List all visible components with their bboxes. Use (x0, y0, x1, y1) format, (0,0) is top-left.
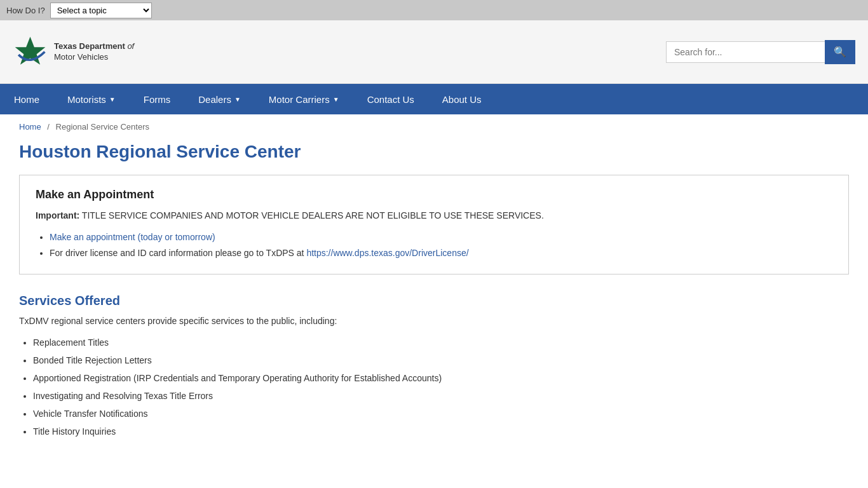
search-button[interactable]: 🔍 (825, 40, 855, 64)
services-description: TxDMV regional service centers provide s… (19, 316, 849, 326)
breadcrumb-separator: / (47, 122, 50, 132)
motor-carriers-caret: ▼ (333, 96, 339, 103)
logo-area: Texas Department of Motor Vehicles (13, 34, 134, 69)
breadcrumb-home-link[interactable]: Home (19, 122, 41, 132)
dps-link[interactable]: https://www.dps.texas.gov/DriverLicense/ (306, 248, 468, 258)
appointment-link-item: Make an appointment (today or tomorrow) (50, 229, 832, 245)
txdmv-logo-icon (13, 34, 48, 69)
header: Texas Department of Motor Vehicles 🔍 (0, 20, 868, 84)
motorists-caret: ▼ (109, 96, 116, 103)
nav-item-home[interactable]: Home (0, 84, 53, 114)
important-body: TITLE SERVICE COMPANIES AND MOTOR VEHICL… (82, 210, 544, 220)
list-item: Vehicle Transfer Notifications (33, 405, 849, 423)
main-content: Houston Regional Service Center Make an … (0, 135, 868, 466)
nav-item-dealers[interactable]: Dealers ▼ (184, 84, 255, 114)
logo-text: Texas Department of Motor Vehicles (54, 41, 134, 63)
nav-item-about-us[interactable]: About Us (428, 84, 496, 114)
search-input[interactable] (666, 41, 825, 63)
important-label: Important: (36, 210, 79, 220)
appointment-link[interactable]: Make an appointment (today or tomorrow) (50, 232, 215, 242)
nav-item-motorists[interactable]: Motorists ▼ (53, 84, 130, 114)
search-area: 🔍 (666, 40, 855, 64)
breadcrumb-current: Regional Service Centers (56, 122, 149, 132)
list-item: Bonded Title Rejection Letters (33, 351, 849, 369)
list-item: Investigating and Resolving Texas Title … (33, 387, 849, 405)
nav-item-contact-us[interactable]: Contact Us (353, 84, 428, 114)
how-do-i-label: How Do I? (6, 6, 45, 15)
driver-license-prefix: For driver license and ID card informati… (50, 248, 306, 258)
driver-license-item: For driver license and ID card informati… (50, 245, 832, 261)
main-nav: Home Motorists ▼ Forms Dealers ▼ Motor C… (0, 84, 868, 114)
important-text: Important: TITLE SERVICE COMPANIES AND M… (36, 210, 832, 220)
top-bar: How Do I? Select a topic (0, 0, 868, 20)
list-item: Title History Inquiries (33, 423, 849, 440)
breadcrumb: Home / Regional Service Centers (0, 114, 868, 135)
nav-item-forms[interactable]: Forms (130, 84, 185, 114)
appointment-list: Make an appointment (today or tomorrow) … (36, 229, 832, 261)
list-item: Apportioned Registration (IRP Credential… (33, 369, 849, 387)
topic-select[interactable]: Select a topic (50, 3, 152, 18)
appointment-heading: Make an Appointment (36, 188, 832, 201)
services-title: Services Offered (19, 294, 849, 308)
list-item: Replacement Titles (33, 334, 849, 351)
dealers-caret: ▼ (234, 96, 241, 103)
appointment-box: Make an Appointment Important: TITLE SER… (19, 175, 849, 274)
services-list: Replacement Titles Bonded Title Rejectio… (19, 334, 849, 440)
nav-item-motor-carriers[interactable]: Motor Carriers ▼ (255, 84, 353, 114)
page-title: Houston Regional Service Center (19, 142, 849, 162)
